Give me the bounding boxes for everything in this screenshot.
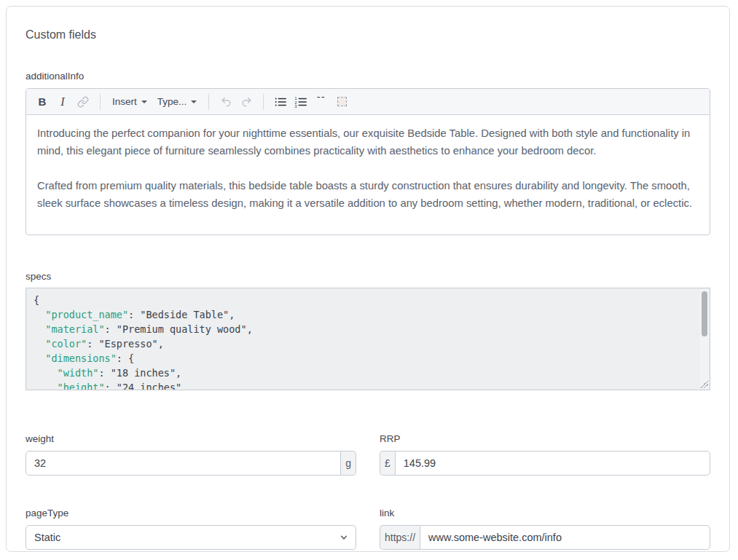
- code-token: ,: [229, 309, 235, 320]
- link-input[interactable]: [420, 525, 710, 550]
- toolbar-divider: [100, 94, 101, 110]
- code-line: "dimensions": {: [34, 351, 695, 366]
- link-button[interactable]: [74, 92, 93, 111]
- code-token: ,: [181, 382, 187, 390]
- code-token: "width": [58, 367, 99, 379]
- dashed-square-button[interactable]: [332, 92, 351, 111]
- undo-icon: [220, 95, 232, 108]
- code-token: [34, 338, 45, 350]
- weight-input-group: g: [25, 451, 356, 476]
- toolbar-divider: [208, 94, 209, 110]
- toolbar-divider: [263, 94, 264, 110]
- protocol-addon: https://: [380, 525, 420, 550]
- blockquote-icon: “: [316, 97, 328, 107]
- panel-title: Custom fields: [25, 27, 710, 43]
- code-token: [34, 352, 45, 364]
- code-token: :: [128, 309, 140, 320]
- currency-addon: £: [380, 451, 395, 476]
- code-token: "Bedside Table": [140, 309, 229, 320]
- link-icon: [77, 96, 89, 108]
- code-line: {: [34, 293, 695, 307]
- code-token: :: [98, 367, 110, 379]
- editor-paragraph: Crafted from premium quality materials, …: [37, 177, 699, 212]
- insert-dropdown[interactable]: Insert: [108, 92, 152, 111]
- type-dropdown[interactable]: Type...: [153, 92, 202, 111]
- numbered-list-icon: 1 2 3: [294, 95, 307, 109]
- insert-dropdown-label: Insert: [112, 96, 137, 107]
- type-dropdown-label: Type...: [157, 96, 187, 107]
- code-token: :: [117, 352, 128, 364]
- page-type-select[interactable]: Static: [25, 525, 356, 550]
- code-token: "height": [58, 382, 105, 390]
- code-token: [34, 323, 45, 335]
- code-token: {: [34, 294, 39, 306]
- code-token: [34, 309, 45, 320]
- code-token: "dimensions": [45, 352, 117, 364]
- resize-handle-icon[interactable]: [701, 381, 708, 388]
- specs-code-editor[interactable]: { "product_name": "Bedside Table", "mate…: [25, 288, 710, 390]
- code-token: ,: [247, 323, 253, 335]
- scrollbar-track[interactable]: [700, 289, 709, 389]
- rrp-label: RRP: [380, 432, 710, 446]
- code-token: ,: [158, 338, 164, 350]
- editor-paragraph: Introducing the perfect companion for yo…: [37, 125, 699, 159]
- svg-text:3: 3: [295, 104, 297, 109]
- code-token: [34, 367, 58, 379]
- code-token: ,: [176, 367, 181, 379]
- code-token: :: [105, 382, 117, 390]
- editor-toolbar: B I Insert Type...: [26, 89, 710, 115]
- link-field-group: link https://: [380, 506, 710, 550]
- chevron-down-icon: [141, 100, 147, 103]
- italic-button[interactable]: I: [53, 92, 72, 111]
- page-type-field-group: pageType Static: [25, 506, 356, 550]
- code-token: [34, 382, 58, 390]
- code-line: "width": "18 inches",: [34, 366, 695, 380]
- code-token: "24 inches": [117, 382, 181, 390]
- page-type-label: pageType: [25, 506, 356, 520]
- additional-info-label: additionalInfo: [25, 69, 710, 83]
- redo-button[interactable]: [237, 92, 256, 111]
- code-token: "Premium quality wood": [117, 323, 247, 335]
- code-line: "height": "24 inches",: [34, 380, 695, 390]
- editor-content[interactable]: Introducing the perfect companion for yo…: [26, 115, 710, 234]
- code-token: :: [87, 338, 98, 350]
- bullet-list-icon: [274, 95, 287, 109]
- code-token: "color": [45, 338, 87, 350]
- undo-button[interactable]: [216, 92, 235, 111]
- dashed-square-icon: [337, 97, 347, 106]
- weight-input[interactable]: [25, 451, 341, 476]
- fields-row: pageType Static link https://: [25, 506, 710, 550]
- code-token: "Espresso": [98, 338, 157, 350]
- specs-label: specs: [25, 269, 710, 283]
- specs-code-content: { "product_name": "Bedside Table", "mate…: [26, 288, 710, 390]
- fields-row: weight g RRP £: [25, 432, 710, 476]
- code-token: :: [105, 323, 117, 335]
- bold-button[interactable]: B: [33, 92, 52, 111]
- link-input-group: https://: [380, 525, 710, 550]
- numbered-list-button[interactable]: 1 2 3: [291, 92, 310, 111]
- rrp-field-group: RRP £: [380, 432, 710, 476]
- rich-text-editor: B I Insert Type...: [25, 88, 710, 235]
- page-type-select-wrap: Static: [25, 525, 356, 550]
- weight-label: weight: [25, 432, 356, 446]
- rrp-input-group: £: [380, 451, 710, 476]
- link-label: link: [380, 506, 710, 520]
- scrollbar-thumb[interactable]: [702, 291, 707, 336]
- chevron-down-icon: [191, 100, 197, 103]
- rrp-input[interactable]: [395, 451, 710, 476]
- redo-icon: [240, 95, 253, 108]
- custom-fields-panel: Custom fields additionalInfo B I Insert: [6, 6, 730, 552]
- weight-unit-addon: g: [341, 451, 356, 476]
- blockquote-button[interactable]: “: [312, 92, 331, 111]
- code-token: {: [128, 352, 134, 364]
- code-token: "material": [45, 323, 104, 335]
- code-token: "product_name": [45, 309, 128, 320]
- bullet-list-button[interactable]: [271, 92, 290, 111]
- code-line: "material": "Premium quality wood",: [34, 322, 695, 336]
- code-line: "color": "Espresso",: [34, 336, 695, 351]
- code-token: "18 inches": [111, 367, 176, 379]
- weight-field-group: weight g: [25, 432, 356, 476]
- code-line: "product_name": "Bedside Table",: [34, 307, 695, 322]
